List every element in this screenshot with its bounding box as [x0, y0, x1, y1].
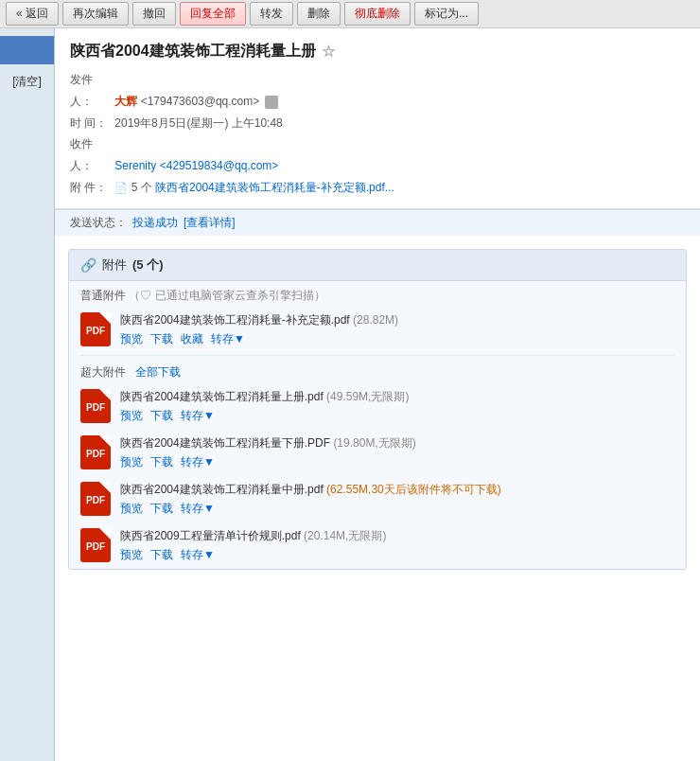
pdf-small-icon: 📄: [114, 182, 128, 193]
receiver-value: Serenity <429519834@qq.com>: [114, 159, 278, 172]
super-large-label: 超大附件: [80, 364, 126, 380]
download-btn-0[interactable]: 下载: [150, 331, 173, 347]
sender-name: 大辉: [114, 95, 137, 108]
email-subject: 陕西省2004建筑装饰工程消耗量上册 ☆: [70, 42, 685, 62]
attachment-section: 🔗 附件 (5 个) 普通附件 （♡ 已通过电脑管家云查杀引擎扫描） PDF 陕…: [68, 249, 687, 570]
sidebar: [清空]: [0, 28, 55, 761]
super-attachment-item-2: PDF 陕西省2004建筑装饰工程消耗量中册.pdf (62.55M,30天后该…: [69, 476, 686, 522]
mark-as-button[interactable]: 标记为...: [414, 2, 479, 26]
super-large-header: 超大附件 全部下载: [69, 358, 686, 383]
attachment-actions-0: 预览 下载 收藏 转存▼: [120, 331, 674, 347]
preview-btn-s0[interactable]: 预览: [120, 408, 143, 424]
delivery-label: 发送状态：: [70, 215, 127, 231]
download-btn-s2[interactable]: 下载: [150, 501, 173, 517]
attachment-info-0: 陕西省2004建筑装饰工程消耗量-补充定额.pdf (28.82M) 预览 下载…: [120, 312, 674, 347]
save-dropdown-s1[interactable]: 转存▼: [181, 454, 215, 470]
from-label: 发件人：: [70, 69, 112, 113]
paperclip-icon: 🔗: [80, 257, 96, 273]
email-meta: 发件人： 大辉 <179473603@qq.com> 时 间： 2019年8月5…: [70, 69, 685, 199]
reply-all-button[interactable]: 回复全部: [180, 2, 246, 26]
normal-attachment-item-0: PDF 陕西省2004建筑装饰工程消耗量-补充定额.pdf (28.82M) 预…: [69, 307, 686, 353]
attachment-actions-s0: 预览 下载 转存▼: [120, 408, 674, 424]
super-attachment-item-3: PDF 陕西省2009工程量清单计价规则.pdf (20.14M,无限期) 预览…: [69, 522, 686, 569]
download-btn-s3[interactable]: 下载: [150, 547, 173, 563]
forward-button[interactable]: 转发: [250, 2, 293, 26]
attachment-filename-s0: 陕西省2004建筑装饰工程消耗量上册.pdf (49.59M,无限期): [120, 389, 674, 405]
attachment-actions-s3: 预览 下载 转存▼: [120, 547, 674, 563]
download-all-link[interactable]: 全部下载: [135, 364, 181, 380]
attachment-actions-s1: 预览 下载 转存▼: [120, 454, 674, 470]
delivery-status-bar: 发送状态： 投递成功 [查看详情]: [55, 209, 700, 236]
attachment-row: 附 件： 📄 5 个 陕西省2004建筑装饰工程消耗量-补充定额.pdf...: [70, 177, 685, 199]
attachment-preview-link[interactable]: 陕西省2004建筑装饰工程消耗量-补充定额.pdf...: [155, 181, 394, 194]
attachment-filesize-s1: (19.80M,无限期): [333, 436, 415, 450]
attachment-section-count: (5 个): [132, 257, 164, 274]
preview-btn-s1[interactable]: 预览: [120, 454, 143, 470]
re-edit-button[interactable]: 再次编辑: [62, 2, 129, 26]
divider-0: [80, 355, 674, 356]
pdf-icon-s1: PDF: [80, 435, 111, 469]
delete-button[interactable]: 删除: [297, 2, 341, 26]
preview-btn-0[interactable]: 预览: [120, 331, 143, 347]
pdf-icon-s2: PDF: [80, 482, 111, 516]
sidebar-blue-bar: [0, 36, 54, 64]
sender-email: <179473603@qq.com>: [141, 95, 260, 108]
main-content: 陕西省2004建筑装饰工程消耗量上册 ☆ 发件人： 大辉 <179473603@…: [55, 28, 700, 761]
star-icon[interactable]: ☆: [322, 43, 335, 61]
save-dropdown-s2[interactable]: 转存▼: [181, 501, 215, 517]
save-dropdown-0[interactable]: 转存▼: [211, 331, 245, 347]
attachment-filesize-s3: (20.14M,无限期): [304, 529, 386, 542]
time-row: 时 间： 2019年8月5日(星期一) 上午10:48: [70, 113, 685, 134]
email-detail: 陕西省2004建筑装饰工程消耗量上册 ☆ 发件人： 大辉 <179473603@…: [55, 28, 700, 209]
clear-button[interactable]: [清空]: [9, 72, 45, 92]
attachment-filename-s2: 陕西省2004建筑装饰工程消耗量中册.pdf (62.55M,30天后该附件将不…: [120, 482, 674, 498]
preview-btn-s3[interactable]: 预览: [120, 547, 143, 563]
attachment-section-title: 附件: [102, 257, 127, 274]
scan-note: （♡ 已通过电脑管家云查杀引擎扫描）: [129, 289, 324, 302]
attachment-actions-s2: 预览 下载 转存▼: [120, 501, 674, 517]
download-btn-s0[interactable]: 下载: [150, 408, 173, 424]
attachment-filesize-s0: (49.59M,无限期): [326, 390, 409, 403]
attachment-filename-0: 陕西省2004建筑装饰工程消耗量-补充定额.pdf (28.82M): [120, 312, 674, 328]
super-attachment-item-1: PDF 陕西省2004建筑装饰工程消耗量下册.PDF (19.80M,无限期) …: [69, 430, 686, 476]
withdraw-button[interactable]: 撤回: [132, 2, 176, 26]
normal-group-label: 普通附件 （♡ 已通过电脑管家云查杀引擎扫描）: [69, 281, 686, 307]
attachment-filename-s1: 陕西省2004建筑装饰工程消耗量下册.PDF (19.80M,无限期): [120, 435, 674, 451]
attachment-info-s0: 陕西省2004建筑装饰工程消耗量上册.pdf (49.59M,无限期) 预览 下…: [120, 389, 674, 424]
back-button[interactable]: « 返回: [6, 2, 59, 26]
delivery-success-text: 投递成功: [132, 215, 178, 231]
preview-btn-s2[interactable]: 预览: [120, 501, 143, 517]
save-dropdown-s0[interactable]: 转存▼: [181, 408, 215, 424]
attachment-info-s2: 陕西省2004建筑装饰工程消耗量中册.pdf (62.55M,30天后该附件将不…: [120, 482, 674, 517]
from-row: 发件人： 大辉 <179473603@qq.com>: [70, 69, 685, 113]
receiver-label: 收件人：: [70, 133, 112, 177]
receiver-row: 收件人： Serenity <429519834@qq.com>: [70, 133, 685, 177]
subject-text: 陕西省2004建筑装饰工程消耗量上册: [70, 42, 316, 62]
person-icon: [265, 96, 278, 109]
save-dropdown-s3[interactable]: 转存▼: [181, 547, 215, 563]
pdf-icon-0: PDF: [80, 312, 111, 346]
download-btn-s1[interactable]: 下载: [150, 454, 173, 470]
attachment-label: 附 件：: [70, 177, 112, 199]
time-label: 时 间：: [70, 113, 112, 134]
attachment-info-s1: 陕西省2004建筑装饰工程消耗量下册.PDF (19.80M,无限期) 预览 下…: [120, 435, 674, 470]
toolbar: « 返回 再次编辑 撤回 回复全部 转发 删除 彻底删除 标记为...: [0, 0, 700, 28]
attachment-count: 📄 5 个 陕西省2004建筑装饰工程消耗量-补充定额.pdf...: [114, 181, 394, 194]
attachment-filesize-s2: (62.55M,30天后该附件将不可下载): [326, 483, 501, 496]
attachment-section-header: 🔗 附件 (5 个): [69, 250, 686, 281]
pdf-icon-s3: PDF: [80, 528, 111, 562]
pdf-icon-s0: PDF: [80, 389, 111, 423]
attachment-info-s3: 陕西省2009工程量清单计价规则.pdf (20.14M,无限期) 预览 下载 …: [120, 528, 674, 563]
attachment-filename-s3: 陕西省2009工程量清单计价规则.pdf (20.14M,无限期): [120, 528, 674, 544]
collect-btn-0[interactable]: 收藏: [181, 331, 203, 347]
layout: [清空] 陕西省2004建筑装饰工程消耗量上册 ☆ 发件人： 大辉 <17947…: [0, 28, 700, 761]
super-attachment-item-0: PDF 陕西省2004建筑装饰工程消耗量上册.pdf (49.59M,无限期) …: [69, 383, 686, 430]
time-value: 2019年8月5日(星期一) 上午10:48: [114, 116, 282, 130]
delivery-detail-link[interactable]: [查看详情]: [184, 215, 236, 231]
attachment-filesize-0: (28.82M): [353, 313, 398, 327]
delete-perm-button[interactable]: 彻底删除: [344, 2, 411, 26]
